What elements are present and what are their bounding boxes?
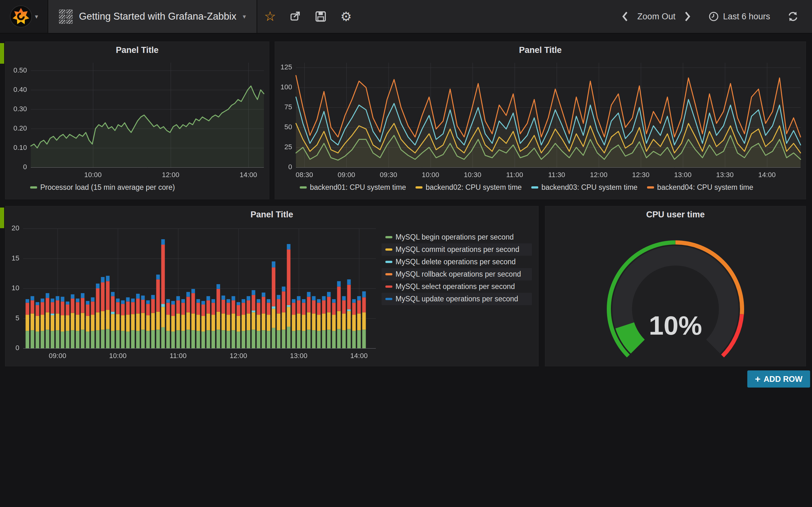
legend-swatch [386,261,392,263]
legend-item[interactable]: backend02: CPU system time [415,183,522,192]
panel-title[interactable]: Panel Title [275,42,806,58]
panel-mysql-operations: Panel Title MySQL begin operations per s… [5,206,539,366]
caret-down-icon: ▾ [35,13,38,20]
legend: backend01: CPU system timebackend02: CPU… [300,183,806,192]
star-icon: ☆ [264,10,276,23]
legend-swatch [415,186,422,188]
panel-cpu-user-time: CPU user time [545,206,806,366]
cpu-user-time-gauge [545,223,806,365]
legend-item[interactable]: backend03: CPU system time [531,183,638,192]
panel-title[interactable]: Panel Title [5,42,269,58]
legend: Processor load (15 min average per core) [30,183,269,192]
caret-down-icon: ▾ [243,13,246,20]
legend-label: backend01: CPU system time [310,183,406,192]
refresh-button[interactable] [783,11,803,22]
processor-load-chart[interactable] [5,58,269,182]
legend-label: MySQL commit operations per second [396,245,519,254]
legend: MySQL begin operations per secondMySQL c… [380,223,538,365]
row-menu-handle[interactable] [0,43,4,64]
time-back-button[interactable] [617,11,633,22]
legend-label: backend03: CPU system time [542,183,638,192]
panel-processor-load: Panel Title Processor load (15 min avera… [5,42,269,199]
clock-icon [708,11,719,22]
share-icon [289,10,301,22]
legend-item[interactable]: MySQL delete operations per second [382,256,532,268]
legend-swatch [300,186,307,188]
legend-item[interactable]: MySQL commit operations per second [382,243,532,256]
add-row-label: ADD ROW [764,375,803,384]
zoom-out-button[interactable]: Zoom Out [633,12,680,21]
legend-swatch [386,248,392,250]
dashboard-title-dropdown[interactable]: Getting Started with Grafana-Zabbix ▾ [48,0,257,33]
cpu-system-time-chart[interactable] [275,58,806,182]
dashboard-grid-icon [59,9,72,24]
legend-item[interactable]: MySQL begin operations per second [382,231,532,243]
legend-swatch [531,186,538,188]
grafana-logo-icon [9,5,32,28]
legend-label: MySQL rollback operations per second [396,270,521,279]
panel-title[interactable]: CPU user time [545,206,806,223]
share-button[interactable] [283,0,308,33]
plus-icon: + [755,374,761,384]
legend-label: Processor load (15 min average per core) [40,183,175,192]
grafana-menu-button[interactable]: ▾ [0,0,48,33]
settings-button[interactable]: ⚙ [334,0,359,33]
time-forward-button[interactable] [680,11,696,22]
legend-item[interactable]: Processor load (15 min average per core) [30,183,175,192]
time-controls: Zoom Out Last 6 hours [617,0,812,33]
save-button[interactable] [308,0,334,33]
add-row-button[interactable]: + ADD ROW [747,371,810,388]
chevron-right-icon [684,11,691,22]
legend-label: backend04: CPU system time [657,183,753,192]
panel-cpu-system-time: Panel Title backend01: CPU system timeba… [275,42,806,199]
star-button[interactable]: ☆ [257,0,283,33]
legend-swatch [30,186,37,188]
legend-swatch [386,273,392,275]
chevron-left-icon [621,11,628,22]
panel-title[interactable]: Panel Title [5,206,538,223]
time-range-label: Last 6 hours [723,12,770,21]
refresh-icon [787,11,799,22]
dashboard-title: Getting Started with Grafana-Zabbix [79,11,236,22]
legend-label: MySQL begin operations per second [396,233,513,241]
legend-label: MySQL delete operations per second [396,258,516,266]
mysql-operations-chart[interactable] [5,223,380,365]
legend-item[interactable]: backend01: CPU system time [300,183,406,192]
legend-item[interactable]: backend04: CPU system time [647,183,753,192]
legend-item[interactable]: MySQL rollback operations per second [382,268,532,280]
grafana-dashboard: ▾ Getting Started with Grafana-Zabbix ▾ … [0,0,812,507]
legend-swatch [386,285,392,288]
legend-label: backend02: CPU system time [426,183,522,192]
legend-label: MySQL update operations per second [396,295,518,303]
legend-item[interactable]: MySQL update operations per second [382,293,532,305]
navbar: ▾ Getting Started with Grafana-Zabbix ▾ … [0,0,812,34]
legend-swatch [386,298,392,300]
legend-swatch [647,186,654,188]
legend-label: MySQL select operations per second [396,282,515,291]
row-menu-handle[interactable] [0,208,4,228]
gear-icon: ⚙ [340,10,352,23]
legend-item[interactable]: MySQL select operations per second [382,280,532,293]
legend-swatch [386,236,392,238]
time-range-button[interactable]: Last 6 hours [704,11,774,22]
save-icon [315,10,327,22]
